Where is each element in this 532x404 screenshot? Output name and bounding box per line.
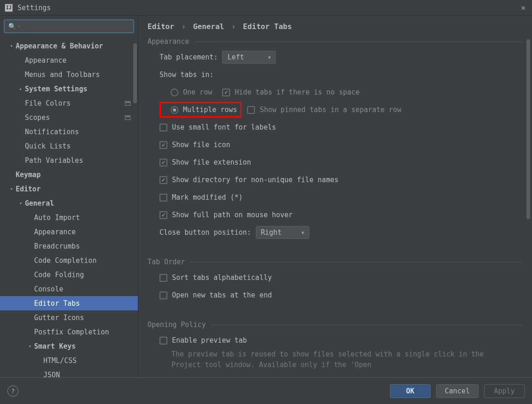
section-opening-policy: Opening Policy (148, 321, 523, 329)
show-dir-checkbox[interactable]: ✓ (160, 176, 167, 184)
search-field[interactable] (22, 23, 130, 30)
open-at-end-label: Open new tabs at the end (172, 291, 272, 299)
sidebar-item-label: JSON (43, 371, 60, 378)
sidebar-item[interactable]: Path Variables (0, 153, 138, 167)
multiple-rows-radio[interactable] (171, 106, 178, 114)
multiple-rows-highlight: Multiple rows (160, 103, 241, 117)
sidebar-item[interactable]: Code Completion (0, 253, 138, 267)
close-icon[interactable]: ✕ (519, 1, 527, 14)
chevron-down-icon[interactable]: ▾ (27, 344, 33, 349)
arrow-placeholder (27, 286, 33, 291)
sidebar-item[interactable]: Notifications (0, 125, 138, 139)
cancel-button[interactable]: Cancel (436, 384, 479, 398)
chevron-down-icon[interactable]: ▾ (18, 201, 24, 206)
sidebar-item-label: Postfix Completion (34, 328, 109, 336)
sidebar-item[interactable]: File Colors (0, 96, 138, 110)
show-full-path-checkbox[interactable]: ✓ (160, 211, 167, 219)
scope-indicator-icon (125, 101, 130, 106)
arrow-placeholder (27, 215, 33, 220)
enable-preview-checkbox[interactable] (160, 337, 167, 345)
sidebar-item-label: Auto Import (34, 214, 80, 222)
show-file-icon-checkbox[interactable]: ✓ (160, 141, 167, 149)
chevron-right-icon[interactable]: ▸ (18, 86, 24, 91)
sidebar-item[interactable]: ▾Editor (0, 182, 138, 196)
open-at-end-checkbox[interactable] (160, 291, 167, 299)
sidebar-item[interactable]: Postfix Completion (0, 325, 138, 339)
close-btn-pos-select[interactable]: Right ▼ (256, 226, 309, 239)
sidebar-item-label: General (25, 199, 54, 208)
multiple-rows-label: Multiple rows (183, 106, 237, 114)
sidebar-item-label: Smart Keys (34, 342, 76, 351)
sidebar-item[interactable]: ▸System Settings (0, 82, 138, 96)
sidebar-item[interactable]: JSON (0, 368, 138, 377)
sidebar-item[interactable]: Keymap (0, 167, 138, 182)
sidebar-item-label: Editor Tabs (34, 299, 80, 308)
sidebar-item-label: Quick Lists (25, 142, 71, 150)
show-file-ext-checkbox[interactable]: ✓ (160, 159, 167, 166)
arrow-placeholder (8, 172, 15, 177)
sidebar-scrollbar[interactable] (133, 43, 137, 103)
divider (211, 325, 523, 325)
one-row-radio[interactable] (171, 89, 178, 96)
settings-tree[interactable]: ▾Appearance & Behavior Appearance Menus … (0, 37, 138, 377)
show-dir-label: Show directory for non-unique file names (172, 176, 338, 184)
arrow-placeholder (18, 143, 24, 149)
sidebar-item[interactable]: Console (0, 282, 138, 296)
breadcrumb-separator: › (181, 22, 186, 31)
sidebar-item[interactable]: Scopes (0, 110, 138, 125)
search-input[interactable]: 🔍 ▾ (4, 19, 134, 33)
sidebar-item[interactable]: ▾General (0, 196, 138, 210)
sidebar-item[interactable]: Appearance (0, 225, 138, 239)
sort-alpha-checkbox[interactable] (160, 274, 167, 282)
sidebar-item[interactable]: Auto Import (0, 210, 138, 225)
titlebar: IJ Settings ✕ (0, 0, 532, 16)
sidebar-item[interactable]: ▾Smart Keys (0, 339, 138, 353)
ok-button[interactable]: OK (390, 384, 431, 398)
select-value: Right (261, 228, 282, 237)
chevron-down-icon: ▼ (301, 230, 304, 235)
chevron-down-icon[interactable]: ▾ (8, 186, 15, 191)
breadcrumb-item[interactable]: Editor Tabs (243, 22, 292, 31)
small-font-label: Use small font for labels (172, 123, 276, 131)
sidebar-item[interactable]: ▾Appearance & Behavior (0, 39, 138, 53)
sidebar-item[interactable]: Code Folding (0, 267, 138, 282)
arrow-placeholder (27, 315, 33, 320)
sidebar-item[interactable]: Breadcrumbs (0, 239, 138, 253)
sidebar-item-label: HTML/CSS (43, 356, 77, 365)
sidebar-item-label: File Colors (25, 99, 71, 107)
breadcrumb-item[interactable]: Editor (148, 22, 174, 31)
chevron-down-icon[interactable]: ▾ (8, 43, 15, 48)
sidebar-item[interactable]: HTML/CSS (0, 353, 138, 368)
sidebar-item[interactable]: Menus and Toolbars (0, 67, 138, 82)
hide-tabs-label: Hide tabs if there is no space (235, 88, 360, 96)
sidebar-item-label: Console (34, 285, 63, 293)
select-value: Left (227, 53, 244, 61)
sidebar-item[interactable]: Editor Tabs (0, 296, 138, 310)
sidebar-item-label: Appearance & Behavior (16, 42, 103, 50)
pinned-separate-checkbox[interactable] (247, 106, 255, 114)
sidebar-item[interactable]: Quick Lists (0, 139, 138, 153)
tab-placement-select[interactable]: Left ▼ (222, 51, 276, 64)
arrow-placeholder (27, 301, 33, 306)
help-button[interactable]: ? (7, 386, 18, 397)
content-pane: Editor › General › Editor Tabs Appearanc… (138, 16, 532, 377)
section-tab-order: Tab Order (148, 258, 523, 266)
breadcrumb-item[interactable]: General (193, 22, 224, 31)
enable-preview-desc: The preview tab is reused to show files … (148, 349, 523, 369)
enable-preview-label: Enable preview tab (172, 336, 247, 345)
hide-tabs-checkbox[interactable]: ✓ (222, 89, 230, 96)
sidebar-item[interactable]: Appearance (0, 53, 138, 67)
content-scrollbar[interactable] (526, 39, 530, 219)
mark-modified-checkbox[interactable] (160, 194, 167, 202)
apply-button[interactable]: Apply (484, 384, 525, 398)
arrow-placeholder (36, 372, 42, 377)
breadcrumb: Editor › General › Editor Tabs (138, 16, 532, 36)
section-title: Tab Order (148, 258, 185, 266)
sidebar-item-label: Breadcrumbs (34, 242, 80, 250)
sidebar-item[interactable]: Gutter Icons (0, 310, 138, 325)
small-font-checkbox[interactable] (160, 124, 167, 131)
sidebar-item-label: Scopes (25, 113, 50, 122)
chevron-down-icon: ▼ (268, 55, 271, 60)
sidebar-item-label: System Settings (25, 85, 87, 93)
tab-placement-label: Tab placement: (160, 53, 218, 61)
